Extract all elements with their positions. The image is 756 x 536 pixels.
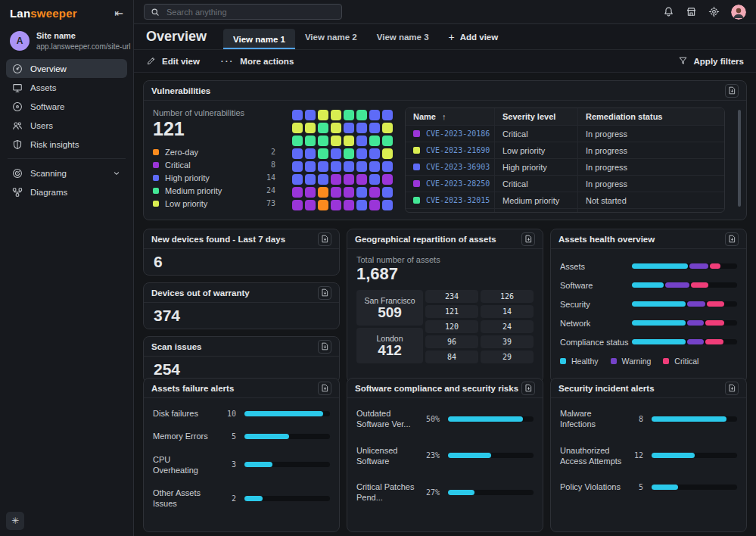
legend-label: Medium priority xyxy=(165,186,222,195)
column-header-remediation[interactable]: Remediation status xyxy=(578,108,724,125)
scan-issues-card: Scan issues 254 xyxy=(143,336,340,383)
sidebar-collapse-icon[interactable]: ⇤ xyxy=(114,7,123,19)
user-avatar[interactable] xyxy=(731,5,746,20)
legend-label: Warning xyxy=(622,357,652,366)
cve-link[interactable]: CVE-2023-28250 xyxy=(426,179,490,188)
geo-tile: 120 xyxy=(425,320,478,333)
waffle-cell xyxy=(356,136,367,146)
global-search[interactable] xyxy=(144,4,342,20)
chevron-down-icon[interactable] xyxy=(112,169,121,178)
sidebar-item-risk-insights[interactable]: Risk insights xyxy=(6,135,127,154)
legend-item: Critical xyxy=(663,357,698,366)
health-bar xyxy=(632,301,737,307)
monitor-icon xyxy=(12,83,23,93)
card-title: Vulnerabilities xyxy=(151,86,210,95)
apply-filters-button[interactable]: Apply filters xyxy=(678,56,744,66)
more-actions-button[interactable]: ··· More actions xyxy=(221,57,294,66)
add-view-label: Add view xyxy=(460,33,498,42)
waffle-cell xyxy=(344,110,354,120)
severity-cell: Low priority xyxy=(495,142,578,158)
alerts-body: Malware Infections 8 Unauthorized Access… xyxy=(551,398,746,531)
logo-part-1: Lan xyxy=(10,7,30,20)
table-scrollbar[interactable] xyxy=(738,110,741,207)
assets-health-card: Assets health overview Assets Software xyxy=(550,229,747,383)
bar-segment-critical xyxy=(705,339,723,344)
export-button[interactable] xyxy=(521,232,535,246)
export-button[interactable] xyxy=(725,84,739,98)
theme-toggle-button[interactable]: ✳ xyxy=(6,512,24,530)
sidebar-item-assets[interactable]: Assets xyxy=(6,78,127,97)
bar-segment-warning xyxy=(689,263,708,269)
apply-filters-label: Apply filters xyxy=(694,57,744,66)
export-button[interactable] xyxy=(725,232,739,246)
search-icon xyxy=(151,8,160,17)
waffle-cell xyxy=(318,174,328,185)
site-info: Site name app.lansweeper.com/site-url xyxy=(36,31,131,51)
bar-fill xyxy=(448,416,523,422)
geo-city-tile: San Francisco 509 xyxy=(356,290,423,326)
waffle-cell xyxy=(305,123,316,133)
sidebar-item-software[interactable]: Software xyxy=(6,97,127,116)
export-button[interactable] xyxy=(318,286,331,300)
export-button[interactable] xyxy=(318,232,331,246)
alert-row: Memory Errors 5 xyxy=(153,431,330,441)
waffle-cell xyxy=(369,187,380,198)
table-body: CVE-2023-20186 Critical In progress CVE-… xyxy=(406,125,724,213)
column-header-name[interactable]: Name↑ xyxy=(406,108,495,125)
add-view-button[interactable]: + Add view xyxy=(439,24,509,49)
column-label: Severity level xyxy=(502,112,555,121)
geo-cities: San Francisco 509 London 412 xyxy=(356,290,423,363)
search-input[interactable] xyxy=(165,7,335,17)
waffle-cell xyxy=(292,123,303,133)
export-button[interactable] xyxy=(318,340,331,354)
alert-value: 12 xyxy=(625,451,643,460)
cve-link[interactable]: CVE-2023-21690 xyxy=(426,146,490,154)
waffle-cell xyxy=(356,110,367,120)
sort-ascending-icon[interactable]: ↑ xyxy=(442,112,446,121)
sidebar-item-diagrams[interactable]: Diagrams xyxy=(6,182,127,201)
logo-row: Lansweeper ⇤ xyxy=(0,0,133,26)
export-button[interactable] xyxy=(318,382,331,395)
tab-view-name-1[interactable]: View name 1 xyxy=(223,29,295,49)
bar-segment-critical xyxy=(691,282,709,288)
legend-label: Zero-day xyxy=(165,148,198,157)
alert-label: CPU Overheating xyxy=(153,454,218,476)
cve-link[interactable]: CVE-2023-32015 xyxy=(426,196,490,204)
notifications-bell-icon[interactable] xyxy=(663,6,674,17)
sidebar-item-overview[interactable]: Overview xyxy=(6,59,127,78)
tab-view-name-3[interactable]: View name 3 xyxy=(367,24,439,49)
health-legend: Healthy Warning Critical xyxy=(560,357,737,366)
cve-link[interactable]: CVE-2023-20186 xyxy=(426,129,490,138)
alert-label: Unauthorized Access Attempts xyxy=(560,445,625,467)
alert-row: Critical Patches Pend... 27% xyxy=(356,481,534,503)
bar-fill xyxy=(652,416,726,422)
tab-view-name-2[interactable]: View name 2 xyxy=(295,24,367,49)
waffle-cell xyxy=(382,148,393,159)
severity-cell: High priority xyxy=(495,159,578,175)
plus-icon: + xyxy=(449,31,455,43)
alert-bar xyxy=(652,453,737,458)
sidebar-item-label: Overview xyxy=(30,64,67,73)
edit-view-button[interactable]: Edit view xyxy=(146,56,200,66)
waffle-cell xyxy=(382,123,393,133)
sidebar-item-users[interactable]: Users xyxy=(6,116,127,135)
marketplace-store-icon[interactable] xyxy=(686,6,697,17)
legend-label: Critical xyxy=(165,160,191,170)
export-button[interactable] xyxy=(725,382,739,395)
export-button[interactable] xyxy=(521,382,535,395)
sidebar-item-scanning[interactable]: Scanning xyxy=(6,164,127,182)
waffle-cell xyxy=(292,148,303,159)
settings-gear-icon[interactable] xyxy=(708,6,720,17)
waffle-cell xyxy=(318,123,328,133)
geo-city-name: San Francisco xyxy=(364,296,415,305)
table-row: CVE-2023-21690 Low priority In progress xyxy=(406,142,724,158)
cve-link[interactable]: CVE-2023-36903 xyxy=(426,163,490,171)
legend-count: 14 xyxy=(266,173,275,182)
waffle-cell xyxy=(356,161,367,172)
waffle-cell xyxy=(331,200,341,210)
kpi-value: 6 xyxy=(144,249,339,275)
column-header-severity[interactable]: Severity level xyxy=(495,108,578,125)
site-switcher[interactable]: A Site name app.lansweeper.com/site-url xyxy=(0,26,133,59)
bar-segment-healthy xyxy=(632,282,664,288)
disc-icon xyxy=(12,101,23,112)
